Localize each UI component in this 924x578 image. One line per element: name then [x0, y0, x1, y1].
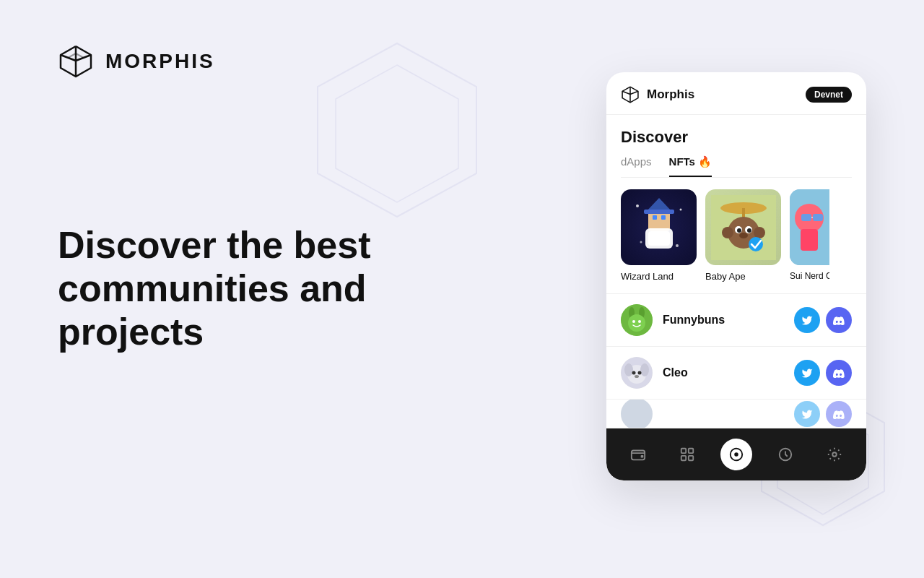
svg-point-38: [628, 314, 645, 332]
cleo-name: Cleo: [663, 366, 784, 379]
baby-ape-image: [705, 189, 781, 265]
tabs-row: dApps NFTs 🔥: [621, 155, 852, 178]
svg-point-9: [676, 244, 679, 247]
svg-rect-14: [648, 231, 670, 246]
cleo-discord[interactable]: [826, 360, 852, 386]
logo-icon: [58, 43, 94, 79]
svg-point-21: [722, 227, 733, 238]
svg-rect-16: [644, 210, 674, 214]
svg-point-55: [735, 453, 738, 456]
svg-point-22: [754, 227, 765, 238]
funnybuns-social: [794, 307, 852, 333]
sui-nerd-name: Sui Nerd Cl...: [790, 271, 829, 281]
svg-rect-48: [632, 451, 645, 460]
nav-settings[interactable]: [819, 439, 850, 470]
devnet-badge: Devnet: [806, 87, 852, 103]
funnybuns-twitter[interactable]: [794, 307, 820, 333]
cleo-twitter[interactable]: [794, 360, 820, 386]
nft-cards-row: Wizard Land: [606, 178, 866, 293]
wizard-land-image: [621, 189, 697, 265]
svg-rect-53: [689, 456, 693, 460]
svg-point-46: [638, 371, 642, 375]
discover-section: Discover dApps NFTs 🔥: [606, 115, 866, 178]
svg-point-44: [640, 363, 649, 376]
brand-name: MORPHIS: [105, 50, 215, 73]
tab-dapps[interactable]: dApps: [621, 155, 652, 177]
svg-rect-33: [813, 214, 823, 221]
project-item-cleo[interactable]: Cleo: [606, 347, 866, 400]
phone-mockup: Morphis Devnet Discover dApps NFTs 🔥: [606, 72, 866, 480]
svg-rect-12: [661, 215, 666, 220]
svg-line-5: [68, 53, 76, 58]
svg-point-43: [624, 363, 633, 376]
svg-point-40: [638, 320, 641, 323]
svg-point-57: [832, 452, 837, 457]
svg-rect-52: [681, 456, 686, 460]
svg-point-47: [635, 375, 639, 378]
phone-header: Morphis Devnet: [606, 72, 866, 115]
nav-grid[interactable]: [671, 439, 703, 470]
phone-logo-icon: [621, 85, 640, 104]
project-list: Funnybuns: [606, 293, 866, 428]
partial-avatar: [621, 400, 653, 428]
phone-app-name: Morphis: [647, 87, 694, 102]
svg-rect-32: [801, 214, 811, 221]
svg-point-26: [747, 228, 751, 233]
tab-nfts[interactable]: NFTs 🔥: [669, 155, 712, 177]
nav-history[interactable]: [770, 439, 801, 470]
cleo-social: [794, 360, 852, 386]
svg-rect-50: [681, 449, 686, 453]
nft-card-sui-nerd[interactable]: Sui Nerd Cl...: [790, 189, 829, 282]
nft-card-wizard-land[interactable]: Wizard Land: [621, 189, 697, 282]
svg-marker-15: [647, 198, 671, 211]
baby-ape-name: Baby Ape: [705, 271, 781, 282]
svg-point-8: [640, 241, 642, 243]
discover-title: Discover: [621, 128, 852, 147]
svg-point-27: [739, 233, 748, 238]
svg-rect-51: [689, 449, 693, 453]
bottom-nav: [606, 428, 866, 480]
svg-point-25: [737, 228, 741, 233]
logo-area: MORPHIS: [58, 43, 404, 79]
project-item-partial: [606, 400, 866, 428]
svg-point-45: [632, 371, 636, 375]
funnybuns-discord[interactable]: [826, 307, 852, 333]
funnybuns-name: Funnybuns: [663, 314, 784, 327]
svg-point-6: [636, 204, 639, 207]
svg-rect-31: [801, 229, 818, 251]
nav-compass[interactable]: [720, 439, 752, 470]
svg-line-4: [76, 53, 84, 58]
nft-card-baby-ape[interactable]: Baby Ape: [705, 189, 781, 282]
partial-twitter: [794, 401, 820, 427]
cleo-avatar: [621, 357, 653, 389]
project-item-funnybuns[interactable]: Funnybuns: [606, 294, 866, 347]
svg-rect-11: [653, 215, 657, 220]
svg-rect-49: [641, 455, 644, 458]
svg-point-7: [679, 208, 681, 210]
funnybuns-avatar: [621, 304, 653, 336]
svg-point-39: [632, 320, 635, 323]
partial-discord: [826, 401, 852, 427]
main-headline: Discover the best communities and projec…: [58, 224, 404, 353]
nav-wallet[interactable]: [622, 439, 654, 470]
sui-nerd-image: [790, 189, 829, 265]
wizard-land-name: Wizard Land: [621, 271, 697, 282]
